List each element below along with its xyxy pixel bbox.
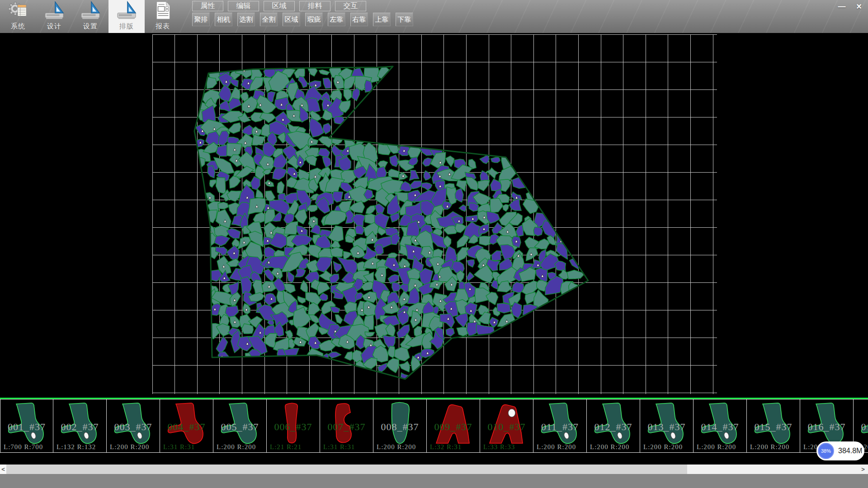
piece-count-label: L:200 R:200 (643, 443, 683, 451)
piece-id-label: 001_#37 (0, 421, 53, 433)
app-button-5[interactable]: 报表 (145, 0, 181, 33)
app-window: 系统设计设置排版报表 属性编辑区域排料交互 聚排相机选割全割区域瑕疵左靠右靠上靠… (0, 0, 868, 488)
piece-count-label: L:200 R:200 (590, 443, 629, 451)
tool-button-10[interactable]: 下靠 (396, 13, 413, 26)
tool-button-1[interactable]: 聚排 (192, 13, 210, 26)
status-footer (0, 474, 868, 488)
app-button-label: 排版 (119, 22, 134, 31)
piece-id-label: 011_#37 (533, 421, 586, 433)
piece-thumbnail-002[interactable]: 002_#37L:132 R:132 (53, 399, 107, 453)
scroll-right-arrow[interactable]: > (860, 465, 866, 474)
menu-tab-3[interactable]: 区域 (264, 1, 295, 11)
piece-count-label: L:31 R:31 (163, 443, 195, 451)
piece-thumbnail-007[interactable]: 007_#37L:31 R:31 (320, 399, 373, 453)
app-button-1[interactable]: 系统 (0, 0, 36, 33)
app-button-label: 设置 (83, 22, 98, 31)
piece-id-label: 010_#37 (480, 421, 533, 433)
piece-id-label: 005_#37 (213, 421, 266, 433)
tool-button-6[interactable]: 瑕疵 (305, 13, 323, 26)
piece-id-label: 007_#37 (320, 421, 373, 433)
piece-count-label: L:31 R:31 (323, 443, 355, 451)
minimize-button[interactable]: — (835, 1, 849, 12)
piece-count-label: L:200 R:200 (110, 443, 149, 451)
nesting-drawing[interactable] (0, 33, 868, 398)
piece-thumbnail-strip: 001_#37L:700 R:700002_#37L:132 R:132003_… (0, 398, 868, 453)
window-controls: — × (835, 1, 866, 12)
menu-tab-5[interactable]: 交互 (335, 1, 366, 11)
app-button-4[interactable]: 排版 (108, 0, 145, 33)
piece-count-label: L:33 R:33 (483, 443, 515, 451)
piece-thumbnail-012[interactable]: 012_#37L:200 R:200 (587, 399, 640, 453)
tool-button-3[interactable]: 选割 (237, 13, 255, 26)
tool-button-5[interactable]: 区域 (283, 13, 300, 26)
app-button-bar: 系统设计设置排版报表 (0, 0, 181, 33)
piece-id-label: 013_#37 (640, 421, 693, 433)
app-button-3[interactable]: 设置 (72, 0, 108, 33)
piece-id-label: 009_#37 (427, 421, 480, 433)
tool-button-bar: 聚排相机选割全割区域瑕疵左靠右靠上靠下靠 (192, 13, 413, 26)
set-square-icon (80, 1, 101, 22)
tool-button-8[interactable]: 右靠 (350, 13, 368, 26)
gear-icon (8, 1, 28, 22)
piece-thumbnail-003[interactable]: 003_#37L:200 R:200 (107, 399, 160, 453)
piece-id-label: 015_#37 (747, 421, 800, 433)
piece-count-label: L:200 R:200 (377, 443, 416, 451)
toolbar: 系统设计设置排版报表 属性编辑区域排料交互 聚排相机选割全割区域瑕疵左靠右靠上靠… (0, 0, 868, 33)
piece-count-label: L:200 R:200 (217, 443, 256, 451)
app-button-2[interactable]: 设计 (36, 0, 72, 33)
piece-thumbnail-006[interactable]: 006_#37L:21 R:21 (267, 399, 320, 453)
menu-tab-4[interactable]: 排料 (299, 1, 330, 11)
piece-thumbnail-015[interactable]: 015_#37L:200 R:200 (747, 399, 800, 453)
piece-count-label: L:132 R:132 (57, 443, 96, 451)
menu-tab-bar: 属性编辑区域排料交互 (192, 1, 366, 11)
menu-tab-2[interactable]: 编辑 (228, 1, 259, 11)
piece-id-label: 002_#37 (53, 421, 106, 433)
memory-value: 384.8M (838, 441, 862, 460)
nested-pieces (191, 60, 585, 379)
memory-badge: 38% 384.8M (816, 441, 864, 460)
horizontal-scrollbar[interactable]: < > (0, 465, 868, 474)
piece-count-label: L:200 R:200 (750, 443, 789, 451)
piece-id-label: 008_#37 (373, 421, 426, 433)
menu-tab-1[interactable]: 属性 (192, 1, 223, 11)
piece-count-label: L:700 R:700 (4, 443, 43, 451)
piece-id-label: 016_#37 (800, 421, 853, 433)
piece-thumbnail-010[interactable]: 010_#37L:33 R:33 (480, 399, 533, 453)
piece-thumbnail-011[interactable]: 011_#37L:200 R:200 (533, 399, 587, 453)
piece-thumbnail-013[interactable]: 013_#37L:200 R:200 (640, 399, 693, 453)
set-square-icon (44, 1, 65, 22)
piece-thumbnail-009[interactable]: 009_#37L:32 R:31 (427, 399, 480, 453)
piece-thumbnail-008[interactable]: 008_#37L:200 R:200 (373, 399, 427, 453)
piece-id-label: 004_#37 (160, 421, 213, 433)
scrollbar-thumb[interactable] (6, 465, 687, 474)
report-icon (152, 1, 173, 22)
piece-id-label: 003_#37 (107, 421, 160, 433)
piece-count-label: L:21 R:21 (270, 443, 302, 451)
tool-button-2[interactable]: 相机 (215, 13, 232, 26)
app-button-label: 系统 (11, 22, 25, 31)
piece-thumbnail-004[interactable]: 004_#37L:31 R:31 (160, 399, 213, 453)
piece-thumbnail-005[interactable]: 005_#37L:200 R:200 (213, 399, 267, 453)
piece-id-label: 017_#37 (854, 421, 868, 433)
tool-button-4[interactable]: 全割 (260, 13, 278, 26)
piece-id-label: 006_#37 (267, 421, 320, 433)
piece-count-label: L:32 R:31 (430, 443, 462, 451)
tool-button-9[interactable]: 上靠 (373, 13, 391, 26)
piece-count-label: L:200 R:200 (697, 443, 736, 451)
nesting-canvas[interactable] (0, 33, 868, 398)
piece-count-label: L:200 R:200 (537, 443, 576, 451)
piece-id-label: 014_#37 (693, 421, 746, 433)
set-square-icon (116, 1, 137, 22)
piece-thumbnail-001[interactable]: 001_#37L:700 R:700 (0, 399, 53, 453)
app-button-label: 设计 (47, 22, 61, 31)
tool-button-7[interactable]: 左靠 (328, 13, 345, 26)
scroll-left-arrow[interactable]: < (0, 465, 6, 474)
app-button-label: 报表 (156, 22, 170, 31)
progress-circle-badge: 38% (818, 443, 834, 459)
close-button[interactable]: × (852, 1, 866, 12)
piece-id-label: 012_#37 (587, 421, 640, 433)
piece-thumbnail-014[interactable]: 014_#37L:200 R:200 (693, 399, 747, 453)
